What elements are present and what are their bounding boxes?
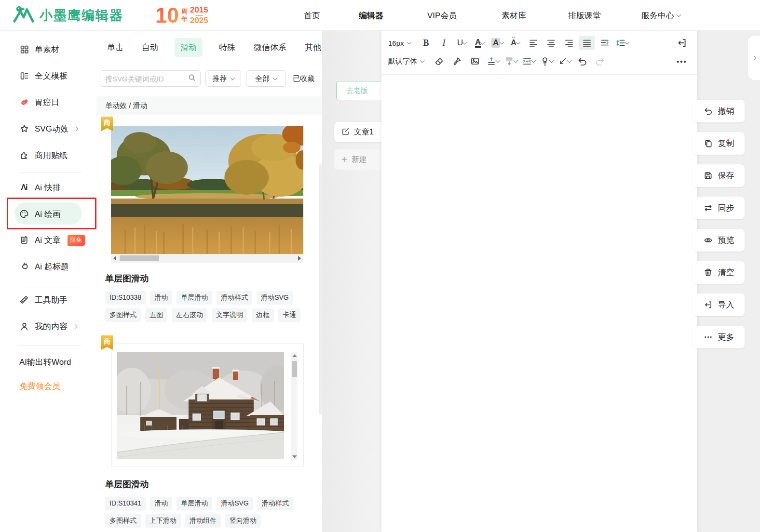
scroll-right-arrow[interactable] bbox=[296, 254, 303, 263]
nav-material-library[interactable]: 素材库 bbox=[502, 0, 526, 31]
scroll-down-arrow[interactable] bbox=[292, 455, 297, 458]
sidebar-item-tool-assistant[interactable]: 工具助手 bbox=[19, 293, 68, 306]
nav-editor[interactable]: 编辑器 bbox=[359, 0, 383, 31]
scrollbar-track[interactable] bbox=[119, 254, 296, 263]
indent-button[interactable] bbox=[597, 36, 612, 50]
material-tag[interactable]: 多图样式 bbox=[105, 308, 141, 322]
diagonal-arrow-button[interactable] bbox=[556, 54, 572, 68]
save-action-button[interactable]: 保存 bbox=[693, 164, 745, 187]
line-height-button[interactable] bbox=[615, 36, 630, 50]
sidebar-item-commercial-sticker[interactable]: 商用贴纸 bbox=[19, 149, 68, 161]
font-size-select[interactable]: 16px bbox=[387, 36, 415, 50]
tab-other[interactable]: 其他 bbox=[303, 38, 323, 57]
align-left-button[interactable] bbox=[526, 36, 541, 50]
material-tag[interactable]: 文字说明 bbox=[212, 308, 247, 322]
undo-button[interactable] bbox=[574, 54, 590, 68]
paragraph-indent-button[interactable] bbox=[521, 54, 536, 68]
panel-scrollbar-thumb[interactable] bbox=[319, 164, 322, 414]
italic-button[interactable]: I bbox=[436, 36, 452, 50]
material-tag[interactable]: 卡通 bbox=[278, 308, 300, 322]
sidebar-item-stomach-day[interactable]: 胃癌日 bbox=[19, 96, 59, 108]
scope-dropdown[interactable]: 全部 bbox=[246, 70, 286, 87]
highlight-lamp-button[interactable] bbox=[539, 54, 554, 68]
nav-layout-course[interactable]: 排版课堂 bbox=[568, 0, 601, 31]
align-justify-button[interactable] bbox=[579, 36, 595, 50]
sidebar-link-free-vip[interactable]: 免费领会员 bbox=[19, 381, 60, 392]
article-tab[interactable]: 文章1 bbox=[334, 122, 388, 142]
sidebar-item-ai-title[interactable]: Ai 起标题 bbox=[19, 260, 69, 273]
margin-top-button[interactable] bbox=[485, 54, 501, 68]
editor-content-area[interactable] bbox=[381, 75, 697, 508]
import-action-button[interactable]: 导入 bbox=[693, 293, 745, 316]
bold-button[interactable]: B bbox=[419, 36, 434, 50]
background-color-button[interactable]: A bbox=[490, 36, 505, 50]
material-tag[interactable]: 竖向滑动 bbox=[225, 514, 261, 528]
sidebar-item-ai-quick-layout[interactable]: Λi Ai 快排 bbox=[19, 181, 61, 194]
copy-action-button[interactable]: 复制 bbox=[693, 132, 745, 155]
scrollbar-track[interactable] bbox=[291, 357, 298, 455]
favorites-filter[interactable]: 已收藏 bbox=[293, 74, 314, 83]
underline-button[interactable]: U bbox=[454, 36, 470, 50]
more-tools-button[interactable]: ••• bbox=[674, 54, 690, 68]
material-tag[interactable]: 滑动样式 bbox=[217, 291, 252, 305]
tab-special[interactable]: 特殊 bbox=[217, 38, 237, 57]
material-tag[interactable]: 边框 bbox=[252, 308, 274, 322]
import-to-editor-button[interactable] bbox=[674, 36, 690, 50]
align-center-button[interactable] bbox=[543, 36, 559, 50]
collapse-panel-handle[interactable] bbox=[748, 36, 760, 80]
material-tag[interactable]: 上下滑动 bbox=[145, 514, 181, 528]
search-box[interactable] bbox=[100, 70, 201, 87]
scrollbar-thumb[interactable] bbox=[120, 255, 159, 261]
material-tag[interactable]: 多图样式 bbox=[105, 514, 141, 528]
tab-single-click[interactable]: 单击 bbox=[105, 38, 125, 57]
tab-slide[interactable]: 滑动 bbox=[175, 38, 203, 57]
nav-home[interactable]: 首页 bbox=[304, 0, 320, 31]
material-tag[interactable]: 滑动组件 bbox=[185, 514, 221, 528]
search-input[interactable] bbox=[105, 75, 188, 83]
insert-image-button[interactable] bbox=[467, 54, 483, 68]
material-tag[interactable]: 滑动 bbox=[150, 291, 172, 305]
sidebar-item-my-content[interactable]: 我的内容 bbox=[19, 320, 77, 332]
preview-action-button[interactable]: 预览 bbox=[693, 229, 745, 252]
scroll-left-arrow[interactable] bbox=[111, 254, 119, 263]
sidebar-item-single-material[interactable]: 单素材 bbox=[19, 43, 59, 55]
margin-bottom-button[interactable] bbox=[503, 54, 518, 68]
sidebar-link-ai-to-word[interactable]: AI输出转Word bbox=[19, 357, 71, 368]
sidebar-item-full-template[interactable]: 全文模板 bbox=[19, 69, 68, 82]
material-preview-autumn-landscape[interactable] bbox=[111, 126, 303, 254]
material-tag[interactable]: 单层滑动 bbox=[176, 291, 212, 305]
app-logo[interactable]: 小墨鹰编辑器 bbox=[13, 5, 123, 26]
material-tag[interactable]: 五图 bbox=[145, 308, 167, 322]
material-tag[interactable]: 滑动样式 bbox=[258, 497, 293, 510]
nav-vip[interactable]: VIP会员 bbox=[427, 0, 457, 31]
new-article-button[interactable]: + 新建 bbox=[334, 149, 388, 170]
material-tag[interactable]: 左右滚动 bbox=[172, 308, 207, 322]
material-tag[interactable]: ID:S10338 bbox=[105, 291, 146, 305]
material-tag[interactable]: 滑动SVG bbox=[257, 291, 293, 305]
scrollbar-thumb[interactable] bbox=[292, 361, 297, 377]
material-tag[interactable]: 滑动SVG bbox=[217, 497, 253, 510]
tab-auto[interactable]: 自动 bbox=[140, 38, 160, 57]
font-color-button[interactable]: A bbox=[472, 36, 488, 50]
material-tag[interactable]: 单层滑动 bbox=[176, 497, 212, 510]
sync-action-button[interactable]: 同步 bbox=[693, 197, 745, 219]
sidebar-item-ai-painting[interactable]: Ai 绘画 bbox=[19, 208, 61, 220]
material-preview-winter-house[interactable] bbox=[117, 352, 284, 459]
sidebar-item-ai-article[interactable]: Ai 文章 限免 bbox=[19, 234, 85, 246]
clear-action-button[interactable]: 清空 bbox=[693, 261, 745, 284]
align-right-button[interactable] bbox=[561, 36, 577, 50]
sidebar-item-svg-animation[interactable]: SVG动效 bbox=[19, 122, 78, 135]
format-painter-button[interactable] bbox=[449, 54, 465, 68]
undo-action-button[interactable]: 撤销 bbox=[693, 100, 745, 122]
material-tag[interactable]: ID:S10341 bbox=[105, 497, 146, 510]
nav-service-center[interactable]: 服务中心 bbox=[641, 0, 680, 31]
font-family-select[interactable]: 默认字体 bbox=[387, 54, 428, 68]
redo-button[interactable] bbox=[592, 54, 608, 68]
more-action-button[interactable]: 更多 bbox=[693, 326, 745, 348]
material-tag[interactable]: 滑动 bbox=[150, 497, 172, 510]
sort-dropdown[interactable]: 推荐 bbox=[205, 70, 241, 87]
editor-canvas[interactable]: 16px B I U A A A bbox=[381, 31, 697, 532]
tab-wechat[interactable]: 微信体系 bbox=[252, 38, 288, 57]
search-icon[interactable] bbox=[188, 73, 196, 84]
clear-format-eraser-button[interactable] bbox=[432, 54, 447, 68]
